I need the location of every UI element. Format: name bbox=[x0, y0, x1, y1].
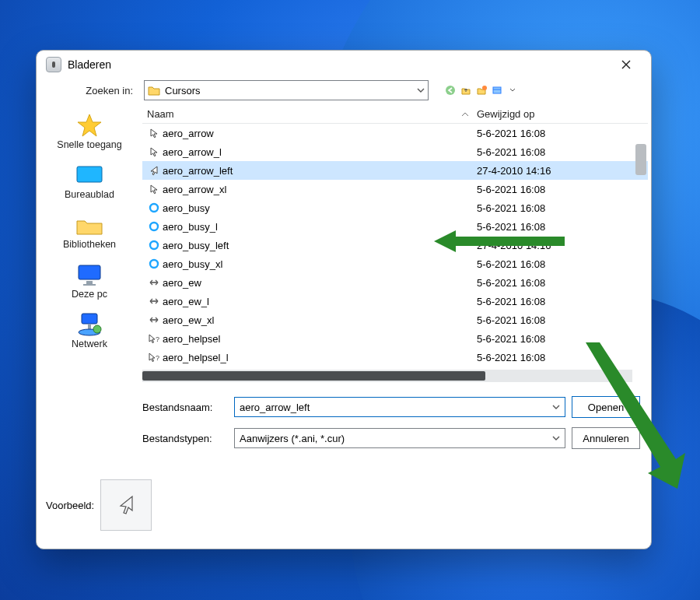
cancel-button-label: Annuleren bbox=[583, 433, 628, 444]
column-header-modified[interactable]: Gewijzigd op bbox=[477, 108, 632, 120]
file-date: 5-6-2021 16:08 bbox=[477, 258, 632, 270]
file-row[interactable]: aero_arrow_xl5-6-2021 16:08 bbox=[142, 180, 648, 198]
cursor-left-icon bbox=[142, 165, 163, 176]
file-row[interactable]: aero_arrow_left27-4-2010 14:16 bbox=[142, 161, 648, 180]
monitor-icon bbox=[74, 262, 105, 287]
file-date: 5-6-2021 16:08 bbox=[477, 146, 632, 158]
busy-icon bbox=[142, 240, 163, 251]
file-row[interactable]: aero_ew_xl5-6-2021 16:08 bbox=[142, 311, 648, 329]
network-icon bbox=[74, 312, 105, 337]
file-name: aero_arrow_left bbox=[163, 165, 477, 177]
file-row[interactable]: aero_ew5-6-2021 16:08 bbox=[142, 273, 648, 292]
lookin-label: Zoeken in: bbox=[47, 85, 138, 96]
file-date: 5-6-2021 16:08 bbox=[477, 314, 632, 326]
folder-icon bbox=[74, 212, 105, 237]
cursor-icon bbox=[142, 146, 163, 157]
up-folder-icon[interactable] bbox=[460, 84, 472, 96]
column-header-name[interactable]: Naam bbox=[142, 108, 461, 120]
file-area: Naam Gewijzigd op aero_arrow5-6-2021 16:… bbox=[142, 105, 651, 458]
svg-point-18 bbox=[150, 260, 158, 268]
desktop-icon bbox=[74, 163, 105, 188]
chevron-down-icon bbox=[417, 88, 425, 93]
back-icon[interactable] bbox=[444, 84, 457, 96]
file-date: 27-4-2010 14:16 bbox=[477, 240, 632, 251]
help-cursor-icon: ? bbox=[142, 333, 163, 344]
lookin-folder-combo[interactable]: Cursors bbox=[144, 80, 429, 100]
place-libraries[interactable]: Bibliotheken bbox=[43, 209, 136, 254]
cursor-icon bbox=[142, 128, 163, 139]
svg-rect-9 bbox=[86, 281, 93, 284]
new-folder-icon[interactable] bbox=[475, 84, 488, 96]
place-desktop[interactable]: Bureaublad bbox=[43, 160, 136, 205]
file-name: aero_helpsel_l bbox=[163, 352, 477, 363]
svg-rect-10 bbox=[83, 284, 96, 286]
titlebar[interactable]: Bladeren bbox=[37, 51, 651, 79]
window-title: Bladeren bbox=[68, 58, 111, 71]
file-date: 5-6-2021 16:08 bbox=[477, 221, 632, 233]
filename-value: aero_arrow_left bbox=[240, 402, 310, 413]
file-name: aero_arrow_xl bbox=[163, 184, 477, 195]
place-thispc[interactable]: Deze pc bbox=[43, 259, 136, 304]
filename-label: Bestandsnaam: bbox=[142, 402, 228, 413]
svg-point-2 bbox=[446, 86, 455, 95]
place-quick[interactable]: Snelle toegang bbox=[43, 110, 136, 155]
file-row[interactable]: aero_ew_l5-6-2021 16:08 bbox=[142, 292, 648, 311]
busy-icon bbox=[142, 202, 163, 213]
resize-ew-icon bbox=[142, 314, 163, 325]
place-label: Bibliotheken bbox=[43, 239, 136, 250]
file-row[interactable]: aero_arrow5-6-2021 16:08 bbox=[142, 124, 648, 142]
file-date: 27-4-2010 14:16 bbox=[477, 165, 632, 177]
svg-rect-8 bbox=[79, 265, 100, 279]
filetype-value: Aanwijzers (*.ani, *.cur) bbox=[240, 433, 345, 444]
browse-dialog: Bladeren Zoeken in: Cursors bbox=[36, 50, 652, 549]
mouse-icon bbox=[46, 57, 61, 72]
cursor-preview-icon bbox=[115, 494, 137, 516]
file-name: aero_busy_l bbox=[163, 221, 477, 233]
chevron-down-icon bbox=[552, 436, 560, 440]
svg-rect-6 bbox=[77, 167, 102, 182]
file-name: aero_ew_l bbox=[163, 296, 477, 307]
svg-point-3 bbox=[482, 86, 487, 90]
file-date: 5-6-2021 16:08 bbox=[477, 333, 632, 345]
file-name: aero_ew_xl bbox=[163, 314, 477, 326]
chevron-down-icon bbox=[552, 405, 560, 409]
svg-rect-4 bbox=[493, 87, 501, 93]
file-name: aero_ew bbox=[163, 277, 477, 289]
file-list[interactable]: aero_arrow5-6-2021 16:08aero_arrow_l5-6-… bbox=[142, 124, 648, 367]
horizontal-scrollbar[interactable] bbox=[142, 370, 632, 382]
views-icon[interactable] bbox=[491, 84, 503, 96]
file-row[interactable]: aero_arrow_l5-6-2021 16:08 bbox=[142, 142, 648, 161]
vertical-scrollbar[interactable] bbox=[635, 144, 646, 175]
file-date: 5-6-2021 16:08 bbox=[477, 277, 632, 289]
file-name: aero_helpsel bbox=[163, 333, 477, 345]
preview-label: Voorbeeld: bbox=[46, 500, 94, 511]
file-date: 5-6-2021 16:08 bbox=[477, 352, 632, 363]
place-label: Netwerk bbox=[43, 339, 136, 349]
close-button[interactable] bbox=[611, 54, 642, 75]
file-date: 5-6-2021 16:08 bbox=[477, 202, 632, 214]
place-network[interactable]: Netwerk bbox=[43, 309, 136, 354]
open-button[interactable]: Openen bbox=[572, 396, 640, 418]
chevron-down-icon[interactable] bbox=[506, 84, 519, 96]
file-row[interactable]: aero_busy_xl5-6-2021 16:08 bbox=[142, 254, 648, 273]
filetype-select[interactable]: Aanwijzers (*.ani, *.cur) bbox=[234, 428, 565, 448]
open-button-label: Openen bbox=[588, 402, 624, 413]
file-row[interactable]: ?aero_helpsel5-6-2021 16:08 bbox=[142, 329, 648, 348]
file-row[interactable]: aero_busy5-6-2021 16:08 bbox=[142, 198, 648, 217]
svg-rect-11 bbox=[82, 314, 97, 324]
file-date: 5-6-2021 16:08 bbox=[477, 128, 632, 139]
file-row[interactable]: ?aero_helpsel_l5-6-2021 16:08 bbox=[142, 348, 648, 367]
folder-icon bbox=[148, 85, 160, 96]
preview-area: Voorbeeld: bbox=[37, 458, 651, 549]
svg-point-14 bbox=[93, 325, 101, 333]
file-row[interactable]: aero_busy_left27-4-2010 14:16 bbox=[142, 236, 648, 254]
lookin-extra-icons bbox=[444, 84, 519, 96]
file-date: 5-6-2021 16:08 bbox=[477, 296, 632, 307]
cancel-button[interactable]: Annuleren bbox=[572, 427, 640, 449]
filename-input[interactable]: aero_arrow_left bbox=[234, 397, 565, 417]
filetype-label: Bestandstypen: bbox=[142, 433, 228, 444]
lookin-folder-name: Cursors bbox=[165, 85, 201, 96]
file-row[interactable]: aero_busy_l5-6-2021 16:08 bbox=[142, 217, 648, 236]
file-name: aero_arrow_l bbox=[163, 146, 477, 158]
sort-indicator-icon bbox=[461, 112, 477, 117]
